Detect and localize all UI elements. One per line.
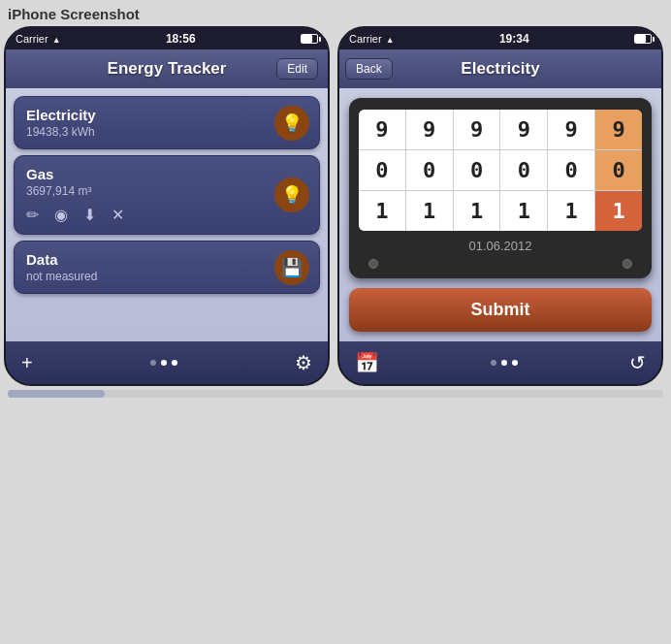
data-subtitle: not measured — [26, 270, 307, 283]
gas-icon: 💡 — [274, 177, 309, 212]
gas-download-icon[interactable]: ⬇ — [83, 206, 96, 224]
battery-icon-2 — [634, 34, 652, 44]
gas-title: Gas — [26, 166, 307, 182]
phone1-body: Electricity 19438,3 kWh 💡 Gas 3697,914 m… — [6, 88, 328, 341]
wifi-icon-1 — [52, 33, 61, 45]
wifi-icon-2 — [386, 33, 395, 45]
gas-settings-icon[interactable]: ✕ — [112, 206, 124, 224]
data-title: Data — [26, 251, 307, 268]
battery-icon-1 — [301, 34, 318, 44]
page-title: iPhone Screenshot — [0, 0, 671, 26]
meter-cell-r2c5[interactable]: 1 — [595, 191, 642, 231]
time-1: 18:56 — [166, 32, 196, 46]
page-dots-1 — [150, 360, 177, 366]
electricity-icon: 💡 — [274, 106, 309, 141]
time-2: 19:34 — [499, 32, 529, 46]
data-icon: 💾 — [274, 250, 309, 285]
back-button[interactable]: Back — [345, 58, 393, 80]
electricity-title: Electricity — [26, 107, 307, 123]
edit-button[interactable]: Edit — [276, 58, 318, 80]
calendar-icon[interactable]: 📅 — [355, 351, 379, 374]
dot-3 — [172, 360, 177, 366]
phone2-body: 9 9 9 9 9 9 0 0 0 0 0 0 1 1 1 — [339, 88, 661, 341]
meter-cell-r0c2[interactable]: 9 — [454, 110, 500, 149]
app-header-1: Energy Tracker Edit — [6, 49, 328, 88]
phone2: Carrier 19:34 Back Electricity 9 9 — [337, 26, 663, 386]
meter-cell-r2c4[interactable]: 1 — [548, 191, 594, 231]
meter-cell-r2c0[interactable]: 1 — [359, 191, 405, 231]
carrier-label-1: Carrier — [16, 33, 48, 45]
meter-cell-r2c2[interactable]: 1 — [454, 191, 500, 231]
phone1: Carrier 18:56 Energy Tracker Edit Electr… — [4, 26, 330, 386]
meter-container: 9 9 9 9 9 9 0 0 0 0 0 0 1 1 1 — [349, 98, 652, 278]
dot2-3 — [512, 360, 518, 366]
meter-cell-r2c3[interactable]: 1 — [500, 191, 547, 231]
app-header-2: Back Electricity — [339, 49, 661, 88]
electricity-card[interactable]: Electricity 19438,3 kWh 💡 — [14, 96, 320, 149]
scrollbar-area — [8, 390, 663, 398]
meter-grid: 9 9 9 9 9 9 0 0 0 0 0 0 1 1 1 — [359, 110, 642, 231]
gas-subtitle: 3697,914 m³ — [26, 184, 307, 198]
tab-bar-1: + ⚙ — [6, 341, 328, 384]
app-title-1: Energy Tracker — [108, 59, 227, 79]
dot-2 — [161, 360, 167, 366]
data-card[interactable]: Data not measured 💾 — [14, 241, 320, 294]
refresh-icon[interactable]: ↺ — [629, 351, 646, 374]
meter-cell-r0c3[interactable]: 9 — [500, 110, 547, 149]
meter-screws — [359, 259, 642, 269]
gas-edit-icon[interactable]: ✏ — [26, 206, 39, 224]
tab-bar-2: 📅 ↺ — [339, 341, 661, 384]
dot-1 — [150, 360, 156, 366]
meter-cell-r0c4[interactable]: 9 — [548, 110, 594, 149]
meter-cell-r1c2[interactable]: 0 — [454, 150, 500, 190]
app-title-2: Electricity — [461, 59, 539, 79]
carrier-label-2: Carrier — [349, 33, 382, 45]
electricity-subtitle: 19438,3 kWh — [26, 125, 307, 139]
gas-chart-icon[interactable]: ◉ — [54, 206, 68, 224]
submit-button[interactable]: Submit — [349, 288, 652, 332]
meter-cell-r1c3[interactable]: 0 — [500, 150, 547, 190]
meter-date: 01.06.2012 — [359, 239, 642, 253]
add-icon[interactable]: + — [21, 352, 33, 374]
scrollbar-thumb[interactable] — [8, 390, 105, 398]
meter-cell-r0c1[interactable]: 9 — [406, 110, 453, 149]
screw-left — [368, 259, 378, 269]
dot2-2 — [501, 360, 507, 366]
gas-toolbar: ✏ ◉ ⬇ ✕ — [26, 206, 307, 224]
meter-cell-r1c1[interactable]: 0 — [406, 150, 453, 190]
gas-card[interactable]: Gas 3697,914 m³ 💡 ✏ ◉ ⬇ ✕ — [14, 155, 320, 235]
meter-cell-r0c0[interactable]: 9 — [359, 110, 405, 149]
meter-cell-r0c5[interactable]: 9 — [595, 110, 642, 149]
screw-right — [623, 259, 632, 269]
page-dots-2 — [491, 360, 518, 366]
status-bar-2: Carrier 19:34 — [339, 28, 661, 49]
meter-cell-r1c4[interactable]: 0 — [548, 150, 594, 190]
settings-icon[interactable]: ⚙ — [295, 351, 312, 374]
meter-cell-r2c1[interactable]: 1 — [406, 191, 453, 231]
meter-cell-r1c0[interactable]: 0 — [359, 150, 405, 190]
dot2-1 — [491, 360, 496, 366]
status-bar-1: Carrier 18:56 — [6, 28, 328, 49]
meter-cell-r1c5[interactable]: 0 — [595, 150, 642, 190]
